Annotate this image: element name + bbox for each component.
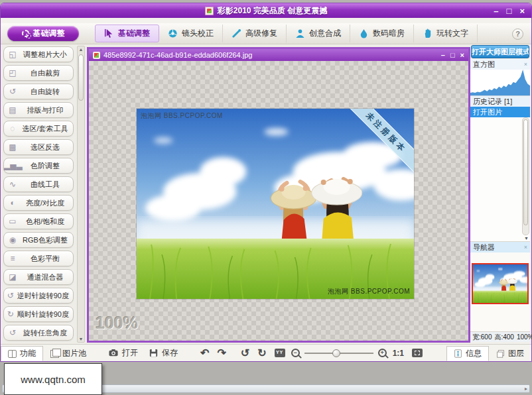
history-scroll-down-icon[interactable]: ▼ [524,236,529,241]
functions-icon [8,350,17,358]
zoom-in-icon[interactable]: + [378,349,387,357]
redo-icon[interactable]: ↷ [213,347,230,359]
image-document-window: 485e8992-471c-46ad-b91e-eddad606f264.jpg… [87,47,470,343]
maximize-button[interactable]: □ [507,6,512,16]
navigator-thumbnail[interactable] [472,263,529,304]
tab-advanced-repair[interactable]: 高级修复 [223,25,287,42]
layers-icon [496,349,505,358]
rotate-cw-90-icon: ↻ [4,310,17,319]
brightness-contrast-icon: ◐ [4,198,21,207]
sidebar-item-hue-saturation[interactable]: ▭ 色相/饱和度 [3,213,74,229]
sidebar-item-curves[interactable]: ∿ 曲线工具 [3,176,74,192]
histogram-title: 直方图 [473,60,495,70]
zoom-slider[interactable] [304,349,373,358]
sidebar-item-invert-selection[interactable]: ▩ 选区反选 [3,139,74,155]
sidebar-item-free-crop[interactable]: ◰ 自由裁剪 [3,65,74,81]
sidebar-item-levels[interactable]: ▂▅▃ 色阶调整 [3,158,74,174]
tab-label: 基础调整 [118,28,150,39]
sidebar-item-lasso[interactable]: ◌ 选区/套索工具 [3,121,74,137]
scroll-right-icon[interactable]: ▸ [525,386,527,392]
tool-button-list: ◱ 调整相片大小 ◰ 自由裁剪 ↺ 自由旋转 [3,46,74,343]
app-icon [205,7,214,15]
scroll-down-icon[interactable]: ▼ [78,337,84,341]
mode-pill-label: 基础调整 [33,28,65,39]
sidebar-item-print-layout[interactable]: ▤ 排版与打印 [3,102,74,118]
doc-close-button[interactable]: × [460,51,464,59]
tab-play-text[interactable]: 玩转文字 [414,25,478,42]
image-file-icon [93,52,100,59]
history-list[interactable]: ▼ [470,117,530,242]
fit-screen-icon[interactable] [412,349,423,357]
ribbon-tabs: 基础调整 镜头校正 高级修复 创意合成 数码暗房 [95,25,478,42]
help-button[interactable]: ? [512,28,523,40]
open-label: 打开 [122,347,138,359]
canvas-zoom-label: 100% [96,313,138,333]
sidebar-scrollbar[interactable]: ▲ ▼ [77,46,85,343]
tab-image-pool[interactable]: 图片池 [43,346,94,361]
tab-label: 镜头校正 [182,28,214,39]
open-button[interactable]: 打开 [103,347,143,359]
tab-label: 图片池 [62,348,86,359]
save-label: 保存 [162,347,178,359]
rotate-ccw-icon[interactable]: ↺ [237,347,253,359]
sidebar-scroll-thumb[interactable] [78,54,84,101]
tab-basic-adjust[interactable]: 基础调整 [95,25,159,42]
navigator-header: 导航器 × [470,242,530,253]
close-button[interactable]: × [519,6,525,16]
sidebar-item-rotate-cw-90[interactable]: ↻ 顺时针旋转90度 [3,306,74,322]
hand-icon [423,28,432,38]
histogram-close-icon[interactable]: × [524,61,527,68]
photo-image[interactable]: 泡泡网 BBS.PCPOP.COM 泡泡网 BBS.PCPOP.COM 未注册版… [137,109,414,299]
tab-label: 高级修复 [245,28,277,39]
minimize-button[interactable]: – [494,6,498,16]
rotate-any-angle-icon: ↺ [4,328,21,337]
info-icon [454,349,462,358]
doc-minimize-button[interactable]: – [441,51,445,59]
sidebar-item-rotate-ccw-90[interactable]: ↺ 逆时针旋转90度 [3,288,74,304]
channel-mixer-icon: ◪ [4,272,21,282]
sidebar-item-channel-mixer[interactable]: ◪ 通道混合器 [3,269,74,285]
title-wrap: 彩影2010 完美品质 创意更震撼 [1,3,531,18]
zoom-out-icon[interactable]: − [291,349,300,357]
sidebar-item-resize-photo[interactable]: ◱ 调整相片大小 [3,46,74,62]
tab-digital-darkroom[interactable]: 数码暗房 [350,25,414,42]
sidebar-item-rotate-any[interactable]: ↺ 旋转任意角度 [3,325,74,341]
mode-pill-button[interactable]: 基础调整 [7,26,79,41]
sidebar-item-rgb-adjust[interactable]: ◉ RGB色彩调整 [3,232,74,248]
doc-maximize-button[interactable]: □ [450,51,455,59]
histogram-shape [470,70,530,95]
rotate-cw-icon[interactable]: ↻ [253,347,270,359]
undo-icon[interactable]: ↶ [196,347,213,359]
sidebar-item-free-rotate[interactable]: ↺ 自由旋转 [3,84,74,99]
document-title-bar[interactable]: 485e8992-471c-46ad-b91e-eddad606f264.jpg… [89,49,468,61]
rgb-adjust-icon: ◉ [4,235,21,245]
tab-layers[interactable]: 图层 [489,346,531,361]
resize-photo-icon: ◱ [4,50,21,59]
history-scrollbar[interactable] [522,117,529,235]
master-layer-mode-button[interactable]: 打开大师图层模式 [471,45,529,58]
tab-creative-composite[interactable]: 创意合成 [287,25,350,42]
aperture-icon [168,28,178,38]
ribbon-toolbar: 基础调整 基础调整 镜头校正 高级修复 创意合成 [1,23,531,44]
curves-icon: ∿ [4,180,21,189]
wand-icon [232,28,241,38]
editing-canvas[interactable]: 泡泡网 BBS.PCPOP.COM 泡泡网 BBS.PCPOP.COM 未注册版… [89,61,468,341]
navigator-close-icon[interactable]: × [524,244,527,251]
tab-functions[interactable]: 功能 [1,346,43,361]
sidebar-item-color-balance[interactable]: ≡ 色彩平衡 [3,251,74,266]
history-item-open-image[interactable]: 打开图片 [470,107,530,117]
save-button[interactable]: 保存 [143,347,183,359]
window-title: 彩影2010 完美品质 创意更震撼 [218,5,327,17]
minus-sign: − [293,349,297,356]
actual-size-button[interactable]: 1:1 [389,349,408,358]
tab-lens-correction[interactable]: 镜头校正 [159,25,223,42]
navigator-dimensions: 宽:600 高:400 100% [470,331,530,342]
compare-icon[interactable] [275,349,285,357]
zoom-slider-handle[interactable] [332,349,340,357]
title-sub-strip [1,18,531,23]
sidebar-item-brightness[interactable]: ◐ 亮度/对比度 [3,195,74,211]
tab-label: 图层 [508,348,524,359]
tab-info[interactable]: 信息 [446,346,489,361]
history-scroll-thumb[interactable] [523,119,528,225]
scroll-up-icon[interactable]: ▲ [78,47,84,52]
